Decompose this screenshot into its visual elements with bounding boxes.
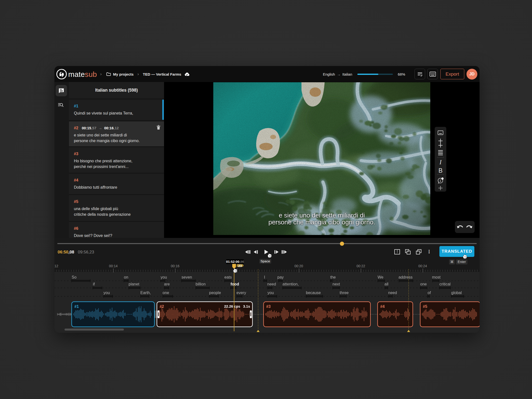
svg-text:23: 23: [238, 264, 242, 268]
